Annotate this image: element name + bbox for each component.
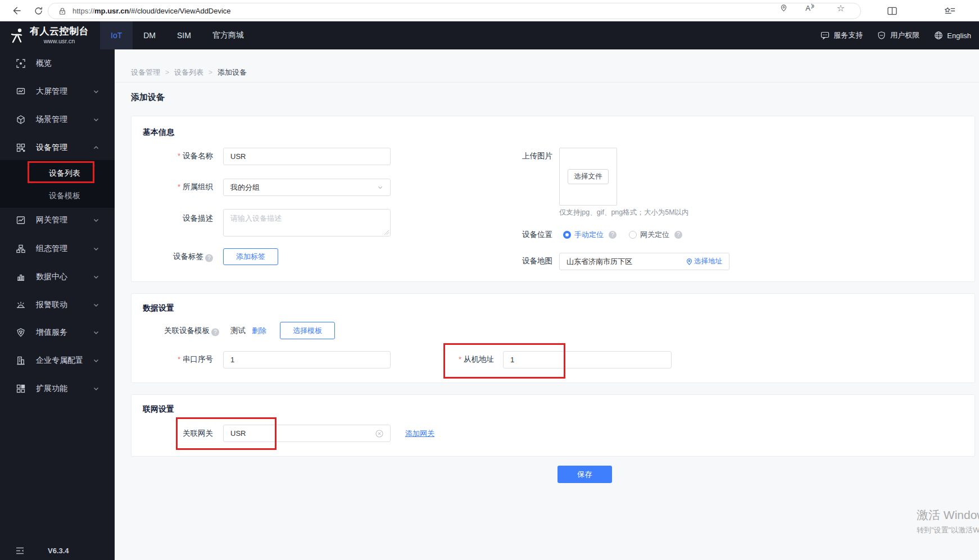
sidebar-item-scene-mgmt[interactable]: 场景管理: [0, 107, 115, 132]
building-icon: [16, 356, 25, 365]
sidebar-item-alarm-linkage[interactable]: 报警联动: [0, 293, 115, 317]
organization-select[interactable]: 我的分组: [223, 179, 391, 196]
device-map-input[interactable]: 山东省济南市历下区 选择地址: [559, 253, 729, 270]
chevron-down-icon: [93, 357, 99, 364]
url-host: mp.usr.cn: [94, 7, 129, 15]
read-aloud-icon[interactable]: A: [805, 3, 815, 13]
upload-hint: 仅支持jpg、gif、png格式；大小为5M以内: [559, 208, 689, 217]
sidebar-subitem-device-template[interactable]: 设备模板: [0, 184, 115, 208]
sidebar-item-overview[interactable]: 概览: [0, 51, 115, 76]
delete-template-link[interactable]: 删除: [252, 326, 266, 336]
activate-windows-hint: 转到"设置"以激活Windows。: [917, 525, 979, 535]
usr-logo-icon: [10, 27, 25, 44]
gateway-location-option[interactable]: 网关定位 ?: [629, 230, 682, 239]
url-scheme: https://: [72, 7, 94, 15]
device-desc-textarea[interactable]: 请输入设备描述: [223, 209, 391, 236]
breadcrumb-separator: >: [165, 69, 169, 76]
breadcrumb-add-device: 添加设备: [217, 67, 247, 78]
choose-file-button[interactable]: 选择文件: [568, 169, 609, 184]
service-support[interactable]: 服务支持: [821, 30, 863, 40]
tab-iot[interactable]: IoT: [100, 21, 133, 49]
select-chevron-icon: [377, 184, 383, 190]
slave-address-input[interactable]: 1: [503, 351, 672, 368]
favorites-bar-icon[interactable]: [943, 4, 957, 17]
device-name-input[interactable]: USR: [223, 148, 391, 165]
add-tag-button[interactable]: 添加标签: [223, 248, 278, 265]
breadcrumb-device-mgmt[interactable]: 设备管理: [131, 67, 160, 78]
tab-official-mall[interactable]: 官方商城: [202, 21, 255, 49]
version-label: V6.3.4: [48, 547, 69, 555]
device-location-label: 设备位置: [479, 230, 552, 240]
refresh-icon[interactable]: [31, 4, 45, 17]
sidebar-item-device-mgmt[interactable]: 设备管理: [0, 135, 115, 160]
chevron-down-icon: [93, 116, 99, 123]
save-button[interactable]: 保存: [558, 466, 612, 483]
location-permission-icon[interactable]: [778, 3, 788, 13]
logo-subtitle: www.usr.cn: [30, 38, 89, 44]
resize-handle[interactable]: [384, 230, 389, 235]
alarm-icon: [16, 301, 25, 309]
sidebar-subitem-device-list[interactable]: 设备列表: [0, 162, 115, 185]
chevron-down-icon: [93, 245, 99, 252]
template-name: 测试: [230, 326, 246, 336]
favorite-star-icon[interactable]: ☆: [836, 3, 846, 13]
serial-port-input[interactable]: 1: [223, 351, 391, 368]
sidebar-item-data-center[interactable]: 数据中心: [0, 265, 115, 289]
device-grid-icon: [16, 143, 25, 152]
choose-address-link[interactable]: 选择地址: [686, 257, 722, 266]
help-icon[interactable]: ?: [211, 329, 219, 336]
organization-label: *所属组织: [140, 182, 213, 192]
sidebar-item-enterprise-config[interactable]: 企业专属配置: [0, 348, 115, 373]
help-icon[interactable]: ?: [674, 231, 682, 239]
activate-windows-watermark: 激活 Windows: [917, 507, 979, 523]
logo[interactable]: 有人云控制台 www.usr.cn: [0, 21, 100, 49]
breadcrumb: 设备管理 > 设备列表 > 添加设备: [131, 67, 247, 78]
cube-icon: [16, 115, 25, 124]
upload-image-dropzone[interactable]: 选择文件: [559, 148, 617, 206]
breadcrumb-strip: 设备管理 > 设备列表 > 添加设备: [115, 49, 979, 83]
chevron-down-icon: [93, 88, 99, 95]
section-title-data-settings: 数据设置: [143, 303, 174, 313]
sidebar-item-scada-mgmt[interactable]: 组态管理: [0, 236, 115, 261]
back-icon[interactable]: [9, 4, 22, 17]
sidebar-item-gateway-mgmt[interactable]: 网关管理: [0, 208, 115, 233]
topology-icon: [16, 244, 25, 253]
chevron-down-icon: [93, 274, 99, 280]
section-title-basic-info: 基本信息: [143, 128, 174, 138]
data-settings-card: 数据设置 关联设备模板? 测试 删除 选择模板 *串口序号 1 *从机地址 1: [131, 293, 975, 383]
sidebar-item-value-added[interactable]: 增值服务: [0, 320, 115, 345]
language-switch[interactable]: English: [934, 31, 971, 40]
device-name-label: *设备名称: [140, 151, 213, 161]
split-screen-icon[interactable]: [885, 4, 899, 17]
add-gateway-link[interactable]: 添加网关: [405, 429, 434, 439]
sidebar-item-screen-mgmt[interactable]: 大屏管理: [0, 79, 115, 104]
chevron-up-icon: [93, 144, 99, 151]
breadcrumb-separator: >: [209, 69, 212, 76]
related-gateway-input[interactable]: USR: [223, 425, 391, 442]
slave-address-label: *从机地址: [421, 354, 494, 365]
user-permission[interactable]: 用户权限: [877, 30, 919, 40]
lock-icon[interactable]: [58, 7, 66, 16]
page-title: 添加设备: [131, 92, 165, 103]
screen-icon: [16, 87, 25, 96]
shield-icon: [877, 31, 886, 40]
sidebar: 概览 大屏管理 场景管理 设备管理 设备列表 设备模板 网关管理 组态管理 数据…: [0, 49, 115, 560]
tab-dm[interactable]: DM: [133, 21, 166, 49]
sidebar-item-extensions[interactable]: 扩展功能: [0, 376, 115, 401]
related-gateway-label: 关联网关: [140, 429, 213, 439]
clear-input-icon[interactable]: [375, 430, 383, 438]
help-icon[interactable]: ?: [609, 231, 617, 239]
breadcrumb-device-list[interactable]: 设备列表: [174, 67, 203, 78]
address-bar[interactable]: https://mp.usr.cn/#/cloud/device/ViewAdd…: [48, 3, 861, 19]
globe-icon: [934, 31, 943, 40]
choose-template-button[interactable]: 选择模板: [280, 322, 335, 339]
app-header: 有人云控制台 www.usr.cn IoT DM SIM 官方商城 服务支持 用…: [0, 21, 979, 49]
browser-toolbar: https://mp.usr.cn/#/cloud/device/ViewAdd…: [0, 0, 979, 22]
tab-sim[interactable]: SIM: [166, 21, 202, 49]
main-content: 设备管理 > 设备列表 > 添加设备 添加设备 基本信息 *设备名称 USR *…: [115, 49, 979, 560]
help-icon[interactable]: ?: [205, 254, 213, 262]
manual-location-radio[interactable]: [563, 231, 571, 239]
gateway-location-radio[interactable]: [629, 231, 637, 239]
manual-location-option[interactable]: 手动定位 ?: [563, 230, 617, 239]
collapse-sidebar-icon[interactable]: [16, 547, 24, 554]
